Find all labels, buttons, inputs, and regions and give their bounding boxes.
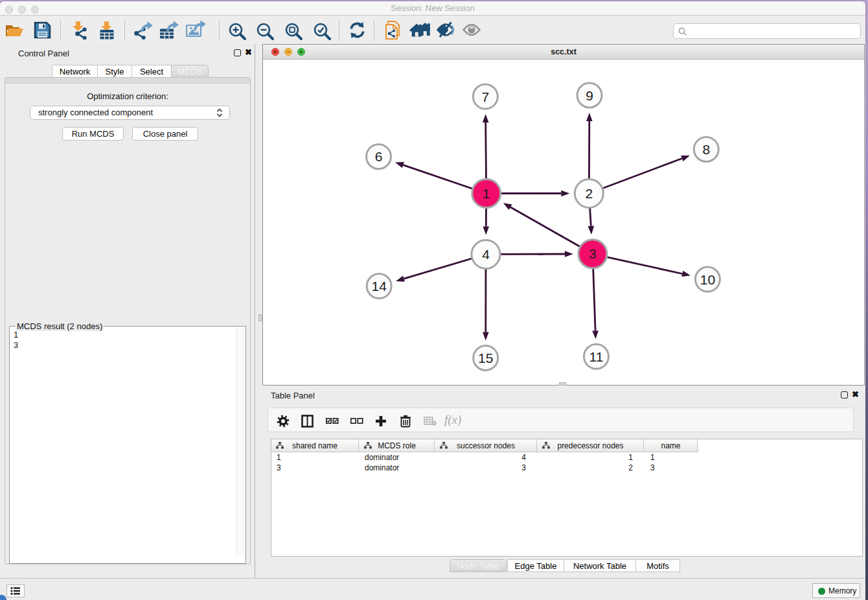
svg-text:10: 10	[700, 272, 715, 287]
svg-text:6: 6	[375, 149, 383, 164]
svg-text:11: 11	[589, 349, 604, 364]
svg-text:15: 15	[478, 351, 493, 365]
svg-text:9: 9	[586, 88, 593, 103]
svg-text:3: 3	[589, 246, 597, 261]
svg-text:8: 8	[702, 142, 710, 157]
svg-text:4: 4	[482, 247, 490, 262]
svg-text:2: 2	[585, 186, 593, 201]
svg-text:1: 1	[483, 186, 490, 201]
svg-text:7: 7	[481, 89, 489, 104]
svg-text:14: 14	[372, 279, 387, 294]
